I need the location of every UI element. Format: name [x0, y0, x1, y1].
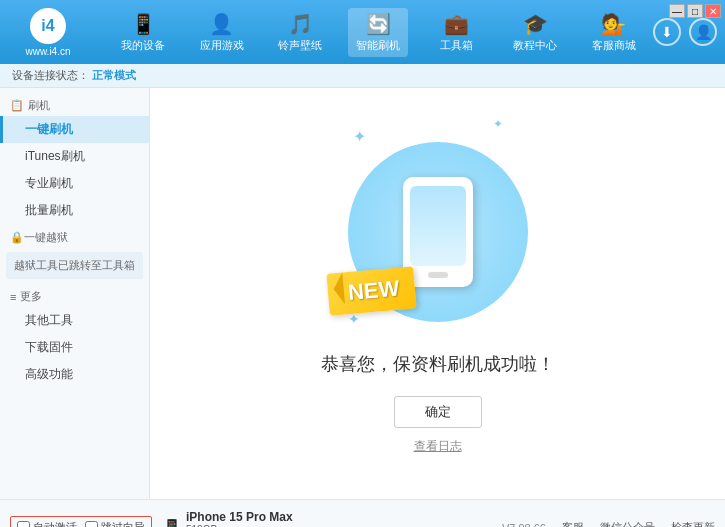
jailbreak-section-label: 一键越狱: [24, 230, 68, 245]
flash-section-icon: 📋: [10, 99, 24, 112]
sparkle-1-icon: ✦: [353, 127, 366, 146]
more-section-icon: ≡: [10, 291, 16, 303]
toolbox-label: 工具箱: [440, 38, 473, 53]
app-logo: i4 www.i4.cn: [8, 8, 88, 57]
breadcrumb-status: 正常模式: [92, 69, 136, 81]
maximize-button[interactable]: □: [687, 4, 703, 18]
nav-my-device[interactable]: 📱 我的设备: [113, 8, 173, 57]
sidebar-item-pro-flash[interactable]: 专业刷机: [0, 170, 149, 197]
sidebar-item-download-firmware[interactable]: 下载固件: [0, 334, 149, 361]
sidebar-item-one-click-flash[interactable]: 一键刷机: [0, 116, 149, 143]
close-button[interactable]: ✕: [705, 4, 721, 18]
device-storage: 512GB: [186, 524, 293, 528]
flash-section-label: 刷机: [28, 98, 50, 113]
my-device-label: 我的设备: [121, 38, 165, 53]
auto-activate-label[interactable]: 自动激活: [17, 520, 77, 527]
sparkle-2-icon: ✦: [493, 117, 503, 131]
auto-activate-checkbox[interactable]: [17, 521, 30, 527]
sidebar-jailbreak-section: 🔒 一键越狱: [0, 224, 149, 248]
phone-illustration: ✦ ✦ ✦ NEW: [338, 132, 538, 332]
sidebar-item-advanced[interactable]: 高级功能: [0, 361, 149, 388]
smart-flash-icon: 🔄: [366, 12, 391, 36]
bottom-right: V7.98.66 客服 微信公众号 检查更新: [502, 520, 715, 527]
my-device-icon: 📱: [131, 12, 156, 36]
nav-tutorials[interactable]: 🎓 教程中心: [505, 8, 565, 57]
service-label: 客服商城: [592, 38, 636, 53]
log-link[interactable]: 查看日志: [414, 438, 462, 455]
header-right: ⬇ 👤: [653, 18, 717, 46]
smart-flash-label: 智能刷机: [356, 38, 400, 53]
ribbon-text: NEW: [346, 276, 399, 305]
device-details: iPhone 15 Pro Max 512GB iPhone: [186, 510, 293, 528]
jailbreak-notice: 越狱工具已跳转至工具箱: [6, 252, 143, 279]
logo-text: www.i4.cn: [25, 46, 70, 57]
sidebar: 📋 刷机 一键刷机 iTunes刷机 专业刷机 批量刷机 🔒 一键越狱 越狱工具…: [0, 88, 150, 499]
minimize-button[interactable]: —: [669, 4, 685, 18]
checkbox-area: 自动激活 跳过向导: [10, 516, 152, 527]
main-content: ✦ ✦ ✦ NEW 恭喜您，保资料刷机成功啦！ 确定: [150, 88, 725, 499]
sidebar-item-other-tools[interactable]: 其他工具: [0, 307, 149, 334]
device-name: iPhone 15 Pro Max: [186, 510, 293, 524]
new-ribbon: NEW: [326, 266, 417, 315]
apps-games-label: 应用游戏: [200, 38, 244, 53]
guide-exit-label[interactable]: 跳过向导: [85, 520, 145, 527]
sidebar-flash-section: 📋 刷机: [0, 92, 149, 116]
service-icon: 💁: [601, 12, 626, 36]
app-header: i4 www.i4.cn 📱 我的设备 👤 应用游戏 🎵 铃声壁纸 🔄 智能刷机: [0, 0, 725, 64]
nav-ringtones[interactable]: 🎵 铃声壁纸: [270, 8, 330, 57]
main-area: 📋 刷机 一键刷机 iTunes刷机 专业刷机 批量刷机 🔒 一键越狱 越狱工具…: [0, 88, 725, 499]
window-controls: — □ ✕: [669, 4, 721, 18]
nav-smart-flash[interactable]: 🔄 智能刷机: [348, 8, 408, 57]
more-section-label: 更多: [20, 289, 42, 304]
check-update-link[interactable]: 检查更新: [671, 520, 715, 527]
phone-screen: [410, 186, 466, 266]
nav-apps-games[interactable]: 👤 应用游戏: [192, 8, 252, 57]
toolbox-icon: 💼: [444, 12, 469, 36]
nav-toolbox[interactable]: 💼 工具箱: [427, 8, 487, 57]
ringtones-icon: 🎵: [288, 12, 313, 36]
wechat-link[interactable]: 微信公众号: [600, 520, 655, 527]
ringtones-label: 铃声壁纸: [278, 38, 322, 53]
sidebar-item-itunes-flash[interactable]: iTunes刷机: [0, 143, 149, 170]
guide-exit-checkbox[interactable]: [85, 521, 98, 527]
apps-games-icon: 👤: [209, 12, 234, 36]
device-icon: 📱: [162, 518, 182, 527]
breadcrumb: 设备连接状态： 正常模式: [0, 64, 725, 88]
version-label: V7.98.66: [502, 522, 546, 528]
logo-icon: i4: [30, 8, 66, 44]
breadcrumb-prefix: 设备连接状态：: [12, 69, 89, 81]
lock-icon: 🔒: [10, 231, 24, 244]
bottom-left: 自动激活 跳过向导 📱 iPhone 15 Pro Max 512GB iPho…: [10, 510, 293, 528]
sidebar-more-section: ≡ 更多: [0, 283, 149, 307]
success-message: 恭喜您，保资料刷机成功啦！: [321, 352, 555, 376]
device-info: 📱 iPhone 15 Pro Max 512GB iPhone: [162, 510, 293, 528]
feedback-link[interactable]: 客服: [562, 520, 584, 527]
confirm-button[interactable]: 确定: [394, 396, 482, 428]
nav-service[interactable]: 💁 客服商城: [584, 8, 644, 57]
download-button[interactable]: ⬇: [653, 18, 681, 46]
main-nav: 📱 我的设备 👤 应用游戏 🎵 铃声壁纸 🔄 智能刷机 💼 工具箱 🎓: [104, 8, 653, 57]
tutorials-icon: 🎓: [523, 12, 548, 36]
user-button[interactable]: 👤: [689, 18, 717, 46]
sidebar-item-batch-flash[interactable]: 批量刷机: [0, 197, 149, 224]
device-bar: 自动激活 跳过向导 📱 iPhone 15 Pro Max 512GB iPho…: [0, 499, 725, 527]
tutorials-label: 教程中心: [513, 38, 557, 53]
phone-home-button: [428, 272, 448, 278]
